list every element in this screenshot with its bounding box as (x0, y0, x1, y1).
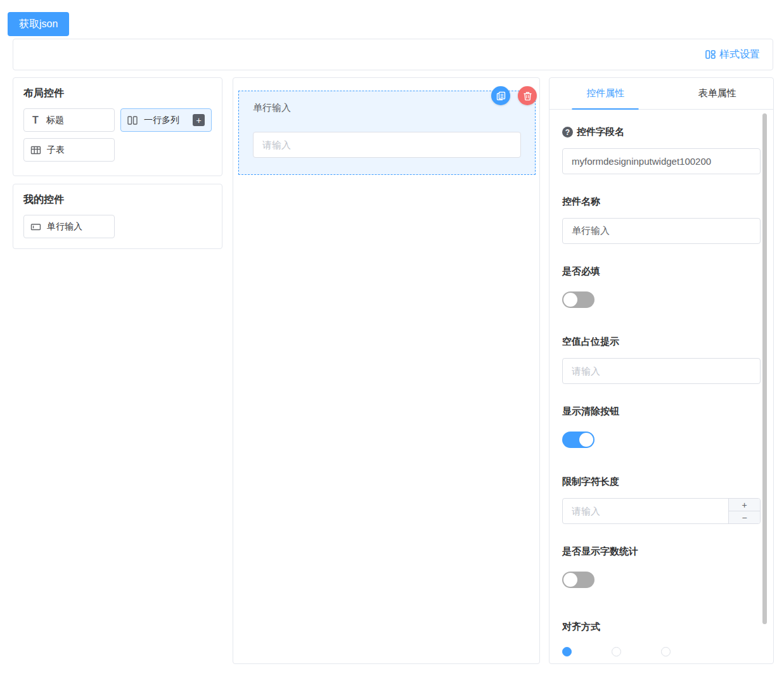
placeholder-group: 空值占位提示 (562, 336, 761, 384)
alignment-radio-left[interactable] (562, 647, 572, 656)
columns-icon (127, 115, 138, 125)
widget-name-input[interactable] (562, 218, 761, 244)
clearable-toggle[interactable] (562, 432, 594, 448)
sidebar-item-label: 一行多列 (144, 115, 179, 126)
field-name-group: ? 控件字段名 (562, 126, 761, 174)
alignment-options (562, 647, 761, 656)
canvas-widget-label: 单行输入 (253, 102, 291, 114)
canvas-widget-single-line-input[interactable]: 单行输入 (238, 91, 536, 175)
clearable-label: 显示清除按钮 (562, 406, 761, 418)
properties-panel: 控件属性 表单属性 ? 控件字段名 控件名称 是否必填 空值占位提示 (549, 77, 774, 664)
input-icon (30, 222, 41, 231)
sidebar-item-label: 子表 (47, 144, 65, 156)
style-settings-label: 样式设置 (719, 48, 760, 61)
panel-scrollbar[interactable] (762, 113, 767, 624)
sidebar-item-label: 单行输入 (47, 221, 82, 233)
clearable-group: 显示清除按钮 (562, 406, 761, 448)
delete-widget-button[interactable] (518, 86, 537, 105)
title-icon: T (30, 115, 41, 126)
widget-name-group: 控件名称 (562, 196, 761, 244)
copy-icon (496, 91, 506, 101)
copy-widget-button[interactable] (491, 86, 510, 105)
max-length-group: 限制字符长度 + − (562, 476, 761, 524)
tab-form-properties[interactable]: 表单属性 (662, 78, 774, 109)
alignment-radio-center[interactable] (612, 647, 621, 656)
widget-name-label: 控件名称 (562, 196, 761, 208)
properties-tabs: 控件属性 表单属性 (549, 78, 773, 110)
trash-icon (523, 91, 532, 101)
subtable-icon (30, 145, 41, 155)
tab-widget-properties[interactable]: 控件属性 (549, 78, 662, 109)
my-widgets-panel: 我的控件 单行输入 (13, 184, 222, 249)
style-settings-link[interactable]: 样式设置 (705, 48, 760, 61)
layout-widgets-grid: T 标题 一行多列 + 子表 (23, 108, 212, 162)
get-json-button[interactable]: 获取json (8, 12, 69, 36)
field-name-label: 控件字段名 (577, 126, 624, 138)
sidebar-item-subtable[interactable]: 子表 (23, 138, 115, 162)
number-stepper: + − (728, 499, 760, 523)
tab-label: 控件属性 (586, 87, 624, 99)
alignment-group: 对齐方式 (562, 621, 761, 656)
word-count-label: 是否显示字数统计 (562, 546, 761, 558)
alignment-label: 对齐方式 (562, 621, 761, 633)
placeholder-label: 空值占位提示 (562, 336, 761, 348)
required-toggle[interactable] (562, 291, 594, 308)
form-canvas[interactable]: 单行输入 (233, 77, 540, 664)
placeholder-input[interactable] (562, 358, 761, 384)
sidebar-item-title[interactable]: T 标题 (23, 108, 115, 132)
decrease-button[interactable]: − (729, 511, 760, 523)
word-count-group: 是否显示字数统计 (562, 546, 761, 588)
increase-button[interactable]: + (729, 499, 760, 511)
sidebar-item-multicolumn[interactable]: 一行多列 + (120, 108, 212, 132)
field-name-input[interactable] (562, 148, 761, 174)
add-column-button[interactable]: + (193, 114, 205, 126)
word-count-toggle[interactable] (562, 572, 594, 588)
toolbar: 样式设置 (13, 39, 773, 70)
tab-label: 表单属性 (698, 87, 736, 99)
my-widgets-title: 我的控件 (23, 193, 212, 207)
sidebar-item-label: 标题 (46, 115, 64, 126)
properties-content: ? 控件字段名 控件名称 是否必填 空值占位提示 显示清除按钮 限制字符长度 (549, 110, 773, 664)
help-icon[interactable]: ? (562, 127, 573, 138)
alignment-radio-right[interactable] (661, 647, 671, 656)
canvas-widget-input[interactable] (253, 132, 521, 158)
required-label: 是否必填 (562, 265, 761, 278)
layout-widgets-panel: 布局控件 T 标题 一行多列 + (13, 77, 222, 176)
layout-widgets-title: 布局控件 (23, 87, 212, 100)
style-settings-icon (705, 49, 716, 60)
max-length-label: 限制字符长度 (562, 476, 761, 488)
required-group: 是否必填 (562, 265, 761, 308)
sidebar-item-single-line-input[interactable]: 单行输入 (23, 215, 115, 238)
my-widgets-grid: 单行输入 (23, 215, 212, 238)
